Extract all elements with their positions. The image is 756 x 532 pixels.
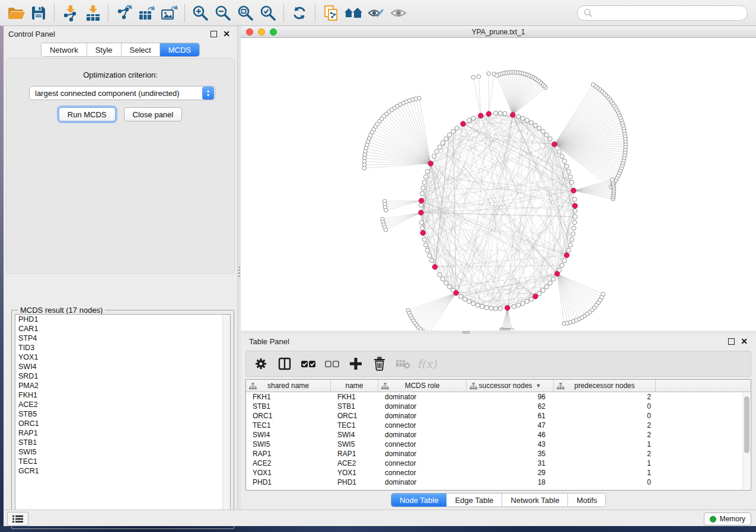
graph-leaf-node[interactable] (591, 83, 595, 87)
graph-node[interactable] (455, 126, 459, 130)
cell-shared-name[interactable]: FKH1 (246, 392, 331, 402)
cell-predecessor-nodes[interactable]: 1 (554, 440, 656, 449)
network-window-titlebar[interactable]: YPA_prune.txt_1 (241, 26, 756, 38)
graph-mcds-hub-node[interactable] (552, 142, 557, 146)
tab-style[interactable]: Style (87, 43, 122, 56)
graph-node[interactable] (562, 159, 566, 164)
graph-node[interactable] (560, 264, 564, 268)
cell-shared-name[interactable]: TEC1 (246, 421, 331, 430)
graph-node[interactable] (498, 111, 502, 116)
mcds-result-item[interactable]: TEC1 (15, 457, 230, 466)
show-all-button[interactable] (387, 3, 410, 23)
graph-node[interactable] (516, 114, 521, 118)
mcds-result-item[interactable]: SWI4 (15, 362, 230, 371)
cell-name[interactable]: ORC1 (331, 411, 378, 421)
cell-predecessor-nodes[interactable]: 2 (554, 430, 656, 440)
graph-node[interactable] (521, 302, 525, 306)
cell-predecessor-nodes[interactable]: 1 (554, 468, 656, 477)
create-column-button[interactable] (348, 356, 363, 371)
cell-successor-nodes[interactable]: 47 (467, 421, 554, 430)
graph-node[interactable] (444, 281, 448, 285)
graph-node[interactable] (444, 137, 448, 141)
graph-node[interactable] (529, 120, 533, 124)
table-row[interactable]: FKH1FKH1dominator962 (246, 392, 751, 402)
table-row[interactable]: TEC1TEC1connector472 (246, 421, 751, 430)
cell-MCDS-role[interactable]: dominator (378, 402, 467, 411)
cell-predecessor-nodes[interactable]: 0 (554, 402, 656, 411)
graph-mcds-hub-node[interactable] (454, 290, 458, 295)
graph-mcds-hub-node[interactable] (419, 198, 424, 203)
open-file-button[interactable] (5, 3, 27, 23)
mcds-result-item[interactable]: STB1 (15, 438, 230, 447)
cell-predecessor-nodes[interactable]: 0 (554, 411, 656, 421)
graph-mcds-hub-node[interactable] (461, 121, 465, 126)
mcds-result-item[interactable]: RAP1 (15, 428, 230, 438)
cell-predecessor-nodes[interactable]: 1 (554, 459, 656, 468)
cell-successor-nodes[interactable]: 62 (467, 402, 554, 411)
graph-node[interactable] (544, 285, 548, 289)
save-session-button[interactable] (27, 3, 50, 23)
graph-leaf-node[interactable] (471, 75, 476, 79)
cell-shared-name[interactable]: PHD1 (246, 477, 331, 487)
mcds-result-item[interactable]: YOX1 (15, 352, 230, 362)
graph-node[interactable] (529, 297, 533, 301)
graph-mcds-hub-node[interactable] (479, 113, 483, 118)
graph-node[interactable] (562, 258, 566, 262)
mcds-result-item[interactable]: FKH1 (15, 390, 230, 400)
graph-node[interactable] (533, 123, 537, 127)
close-table-panel-icon[interactable]: ✕ (741, 338, 748, 345)
tab-mcds[interactable]: MCDS (160, 43, 199, 56)
graph-mcds-hub-node[interactable] (571, 188, 576, 193)
cell-name[interactable]: FKH1 (331, 392, 378, 402)
graph-node[interactable] (570, 180, 574, 184)
mcds-result-item[interactable]: GCR1 (15, 466, 230, 476)
cell-shared-name[interactable]: STB1 (246, 402, 331, 411)
mcds-result-item[interactable]: SWI5 (15, 447, 230, 457)
table-tab-node-table[interactable]: Node Table (391, 493, 447, 507)
graph-node[interactable] (503, 111, 507, 116)
zoom-out-button[interactable] (212, 3, 234, 23)
graph-node[interactable] (420, 226, 425, 230)
zoom-selected-button[interactable] (257, 3, 279, 23)
cell-successor-nodes[interactable]: 18 (467, 477, 554, 487)
delete-column-button[interactable] (372, 356, 387, 371)
graph-node[interactable] (422, 180, 426, 184)
mcds-list-scrollbar[interactable] (222, 315, 230, 524)
table-row[interactable]: SWI5SWI5connector431 (246, 440, 751, 449)
import-table-button[interactable] (81, 3, 104, 23)
cell-predecessor-nodes[interactable]: 0 (554, 477, 656, 487)
graph-node[interactable] (424, 175, 428, 179)
cell-successor-nodes[interactable]: 96 (467, 392, 554, 402)
graph-node[interactable] (435, 149, 439, 153)
graph-node[interactable] (573, 197, 577, 201)
cell-successor-nodes[interactable]: 35 (467, 449, 554, 459)
cell-shared-name[interactable]: YOX1 (246, 468, 331, 477)
graph-node[interactable] (484, 306, 489, 310)
float-table-panel-icon[interactable] (728, 338, 735, 345)
cell-successor-nodes[interactable]: 61 (467, 411, 554, 421)
graph-node[interactable] (451, 129, 455, 133)
graph-node[interactable] (551, 277, 556, 281)
graph-node[interactable] (568, 175, 572, 179)
graph-mcds-hub-node[interactable] (505, 306, 510, 310)
graph-node[interactable] (548, 281, 552, 285)
graph-node[interactable] (424, 243, 428, 247)
cell-name[interactable]: PHD1 (331, 477, 378, 487)
graph-node[interactable] (430, 258, 434, 262)
graph-node[interactable] (471, 116, 476, 120)
cell-name[interactable]: TEC1 (331, 421, 378, 430)
cell-name[interactable]: YOX1 (331, 468, 378, 477)
cell-successor-nodes[interactable]: 46 (467, 430, 554, 440)
cell-shared-name[interactable]: SWI5 (246, 440, 331, 449)
graph-node[interactable] (560, 154, 564, 158)
table-tab-motifs[interactable]: Motifs (568, 493, 605, 507)
export-network-button[interactable] (113, 3, 135, 23)
export-table-button[interactable] (135, 3, 158, 23)
column-header-shared-name[interactable]: shared name (246, 380, 331, 392)
graph-node[interactable] (512, 305, 516, 309)
graph-leaf-node[interactable] (487, 72, 491, 76)
graph-node[interactable] (432, 154, 436, 158)
cell-MCDS-role[interactable]: dominator (378, 392, 467, 402)
graph-leaf-node[interactable] (384, 209, 388, 213)
cell-shared-name[interactable]: ORC1 (246, 411, 331, 421)
